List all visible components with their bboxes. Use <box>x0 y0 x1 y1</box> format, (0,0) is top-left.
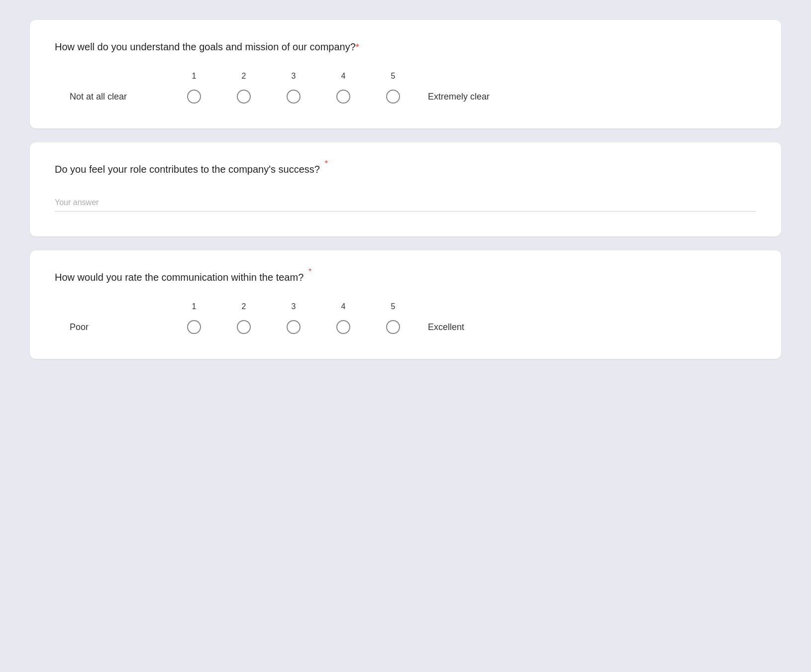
question3-numbers-row: 1 2 3 4 5 <box>70 302 418 311</box>
question3-left-label: Poor <box>70 322 169 333</box>
question1-radio-cell-1 <box>169 90 219 104</box>
question3-radio-cell-5 <box>368 320 418 334</box>
question3-num-2: 2 <box>219 302 269 311</box>
question1-radio-3[interactable] <box>287 90 301 104</box>
question2-card: Do you feel your role contributes to the… <box>30 142 781 236</box>
question3-num-4: 4 <box>318 302 368 311</box>
question2-text: Do you feel your role contributes to the… <box>55 164 320 175</box>
question1-radio-4[interactable] <box>336 90 350 104</box>
question1-num-2: 2 <box>219 72 269 81</box>
question1-radio-5[interactable] <box>386 90 400 104</box>
question1-left-label: Not at all clear <box>70 92 169 102</box>
question1-num-3: 3 <box>269 72 318 81</box>
question3-radio-cell-4 <box>318 320 368 334</box>
question1-radio-cell-5 <box>368 90 418 104</box>
question3-radio-1[interactable] <box>187 320 201 334</box>
question2-title-wrapper: Do you feel your role contributes to the… <box>55 162 320 176</box>
question3-radio-5[interactable] <box>386 320 400 334</box>
question1-title: How well do you understand the goals and… <box>55 40 756 54</box>
question3-radio-row: Poor Excellent <box>70 320 464 334</box>
question3-num-3: 3 <box>269 302 318 311</box>
question1-text: How well do you understand the goals and… <box>55 41 356 52</box>
question3-title: How would you rate the communication wit… <box>55 270 756 284</box>
question1-radio-cell-2 <box>219 90 269 104</box>
question1-radio-cell-4 <box>318 90 368 104</box>
question3-right-label: Excellent <box>428 322 464 333</box>
question1-required-star: * <box>356 42 359 52</box>
question3-radio-cell-3 <box>269 320 318 334</box>
question1-radios <box>169 90 418 104</box>
question3-title-wrapper: How would you rate the communication wit… <box>55 270 304 284</box>
question1-radio-cell-3 <box>269 90 318 104</box>
question3-required-star: * <box>308 266 311 277</box>
question1-radio-row: Not at all clear Extremely clear <box>70 90 490 104</box>
question1-radio-2[interactable] <box>237 90 251 104</box>
question3-text: How would you rate the communication wit… <box>55 272 304 283</box>
question3-radio-4[interactable] <box>336 320 350 334</box>
question2-text-input[interactable] <box>55 194 756 212</box>
question3-num-5: 5 <box>368 302 418 311</box>
question3-radio-cell-2 <box>219 320 269 334</box>
question3-radio-3[interactable] <box>287 320 301 334</box>
question3-num-1: 1 <box>169 302 219 311</box>
question1-numbers-row: 1 2 3 4 5 <box>70 72 418 81</box>
question3-scale: 1 2 3 4 5 Poor <box>55 302 756 334</box>
question1-card: How well do you understand the goals and… <box>30 20 781 128</box>
question1-num-1: 1 <box>169 72 219 81</box>
question1-right-label: Extremely clear <box>428 92 490 102</box>
question1-num-5: 5 <box>368 72 418 81</box>
question2-required-star: * <box>325 158 328 169</box>
question3-radio-cell-1 <box>169 320 219 334</box>
question2-title: Do you feel your role contributes to the… <box>55 162 756 176</box>
question1-radio-1[interactable] <box>187 90 201 104</box>
question1-num-4: 4 <box>318 72 368 81</box>
question3-card: How would you rate the communication wit… <box>30 250 781 359</box>
question3-radio-2[interactable] <box>237 320 251 334</box>
question1-scale: 1 2 3 4 5 Not at all clear <box>55 72 756 104</box>
question2-answer-container <box>55 194 756 212</box>
question3-radios <box>169 320 418 334</box>
